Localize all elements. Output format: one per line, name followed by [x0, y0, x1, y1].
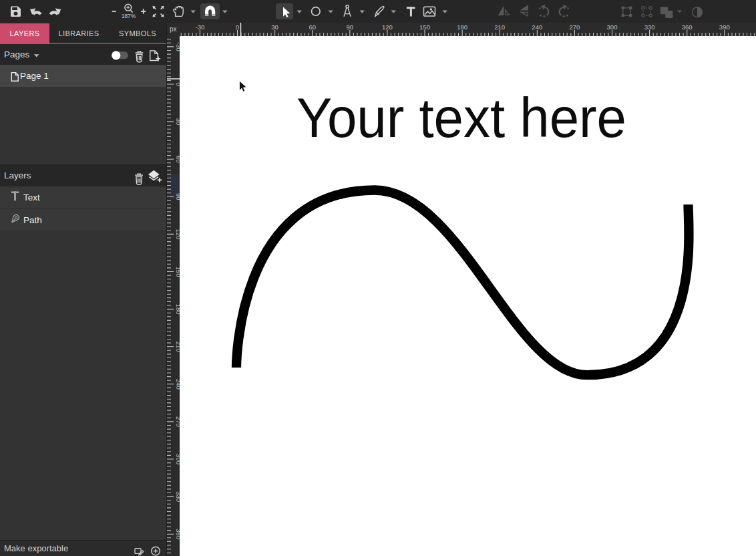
- svg-text:60: 60: [175, 156, 180, 163]
- svg-text:60: 60: [309, 23, 316, 31]
- svg-text:0: 0: [236, 23, 239, 31]
- svg-text:240: 240: [532, 23, 542, 31]
- svg-text:210: 210: [175, 341, 180, 352]
- svg-text:300: 300: [607, 23, 618, 31]
- svg-text:210: 210: [494, 23, 505, 31]
- svg-text:30: 30: [175, 118, 180, 126]
- svg-text:90: 90: [175, 193, 180, 200]
- svg-text:120: 120: [382, 23, 393, 31]
- svg-text:270: 270: [175, 416, 180, 427]
- svg-text:-30: -30: [196, 23, 205, 31]
- svg-text:330: 330: [175, 491, 180, 502]
- svg-text:180: 180: [457, 23, 467, 31]
- svg-text:150: 150: [419, 23, 430, 31]
- svg-text:390: 390: [719, 23, 730, 31]
- svg-text:0: 0: [175, 82, 180, 86]
- svg-text:330: 330: [644, 23, 655, 31]
- svg-text:120: 120: [175, 229, 180, 239]
- svg-text:150: 150: [175, 267, 180, 277]
- svg-text:187%: 187%: [122, 13, 136, 19]
- svg-text:300: 300: [175, 454, 180, 464]
- svg-text:360: 360: [175, 529, 180, 539]
- svg-text:30: 30: [271, 23, 278, 31]
- svg-text:270: 270: [569, 23, 580, 31]
- svg-text:Your text here: Your text here: [297, 86, 626, 149]
- svg-text:90: 90: [347, 23, 354, 31]
- svg-text:-30: -30: [175, 42, 180, 51]
- svg-text:360: 360: [682, 23, 693, 31]
- svg-text:240: 240: [175, 379, 180, 390]
- svg-text:180: 180: [175, 304, 180, 315]
